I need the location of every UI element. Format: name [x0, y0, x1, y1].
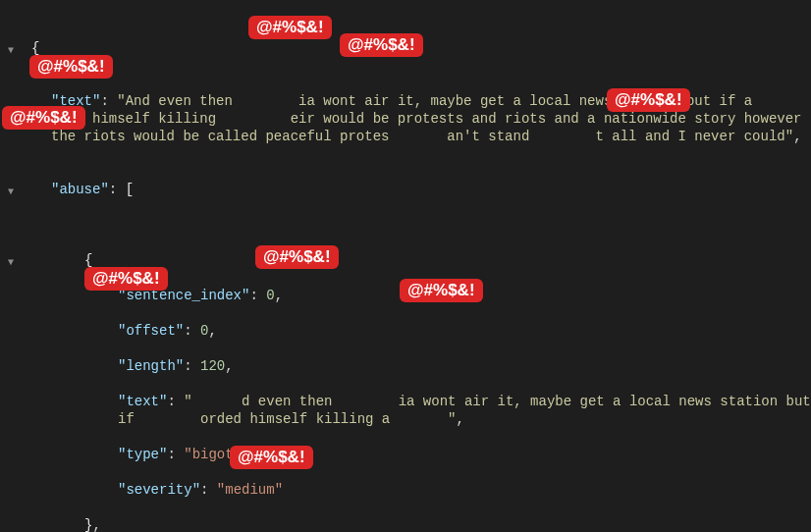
json-key: severity	[126, 482, 191, 498]
code-editor[interactable]: ▼{ "text": "And even then ia wont air it…	[0, 0, 811, 532]
redaction-badge: @#%$&!	[84, 267, 168, 291]
json-string: "And even then ia wont air it, maybe get…	[51, 93, 810, 144]
json-key: abuse	[59, 182, 100, 197]
fold-chevron-icon[interactable]: ▼	[8, 254, 14, 272]
json-key: offset	[126, 323, 175, 339]
json-number: 0	[266, 288, 274, 303]
redaction-badge: @#%$&!	[340, 33, 423, 57]
code-line: "length": 120,	[24, 357, 811, 375]
redaction-badge: @#%$&!	[29, 55, 113, 79]
code-line: },	[24, 516, 811, 532]
code-line: ▼"abuse": [	[24, 181, 811, 198]
redaction-badge: @#%$&!	[2, 106, 85, 130]
redaction-badge: @#%$&!	[230, 446, 313, 469]
code-line: "severity": "medium"	[24, 481, 811, 499]
code-line: "text": "And even then ia wont air it, m…	[24, 92, 811, 145]
code-line: "offset": 0,	[24, 322, 811, 340]
code-line: "text": " d even then ia wont air it, ma…	[24, 393, 811, 428]
json-string: medium	[225, 482, 274, 498]
redaction-badge: @#%$&!	[248, 16, 332, 39]
json-string: " d even then ia wont air it, maybe get …	[118, 394, 811, 427]
redaction-badge: @#%$&!	[400, 279, 483, 302]
json-number: 120	[200, 358, 225, 374]
fold-chevron-icon[interactable]: ▼	[8, 184, 14, 201]
redaction-badge: @#%$&!	[607, 88, 690, 112]
json-key: length	[126, 358, 175, 374]
json-key: type	[126, 447, 159, 462]
code-line: "type": "bigotry",	[24, 446, 811, 463]
json-key: text	[126, 394, 159, 409]
redaction-badge: @#%$&!	[255, 245, 339, 269]
fold-chevron-icon[interactable]: ▼	[8, 42, 14, 60]
